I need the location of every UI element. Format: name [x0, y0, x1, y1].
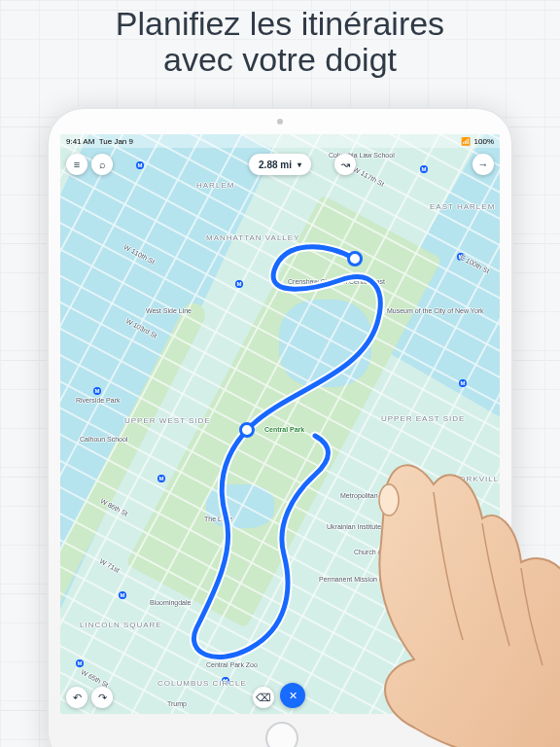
status-bar: 9:41 AM Tue Jan 9 📶 100%	[60, 134, 500, 148]
map-canvas[interactable]: M M M M M M M M M M M M HARLEM MANHATTAN…	[60, 134, 500, 714]
promo-headline: Planifiez les itinéraires avec votre doi…	[0, 6, 560, 79]
redo-button[interactable]: ↷	[91, 687, 113, 708]
search-icon: ⌕	[99, 159, 106, 170]
route-snap-button[interactable]: ↝	[334, 154, 356, 175]
metro-icon: M	[457, 253, 465, 261]
screen: M M M M M M M M M M M M HARLEM MANHATTAN…	[60, 134, 500, 714]
menu-button[interactable]: ≡	[66, 154, 88, 175]
route-endpoint-end[interactable]	[239, 422, 255, 438]
next-button[interactable]: →	[472, 154, 494, 175]
promo-line-1: Planifiez les itinéraires	[0, 6, 560, 42]
wifi-icon: 📶	[461, 137, 471, 146]
metro-icon: M	[430, 642, 438, 650]
metro-icon: M	[119, 591, 126, 599]
metro-icon: M	[420, 165, 428, 173]
ipad-camera	[277, 119, 283, 124]
chevron-down-icon: ▾	[298, 160, 301, 169]
status-battery: 100%	[474, 137, 494, 146]
metro-icon: M	[158, 475, 165, 482]
promo-line-2: avec votre doigt	[0, 42, 560, 78]
route-endpoint-start[interactable]	[347, 251, 363, 267]
metro-icon: M	[76, 659, 84, 667]
close-route-button[interactable]: ✕	[280, 683, 305, 708]
erase-button[interactable]: ⌫	[253, 687, 274, 708]
search-button[interactable]: ⌕	[91, 154, 113, 175]
arrow-right-icon: →	[478, 159, 489, 170]
redo-icon: ↷	[98, 692, 107, 704]
metro-icon: M	[93, 387, 101, 395]
metro-icon: M	[235, 280, 243, 288]
undo-button[interactable]: ↶	[66, 687, 88, 708]
metro-icon: M	[459, 379, 467, 387]
bottom-toolbar: ↶ ↷ ⌫ ✕ ➤	[66, 681, 494, 708]
snap-icon: ↝	[341, 159, 350, 171]
undo-icon: ↶	[73, 692, 82, 704]
locate-icon: ➤	[476, 690, 490, 705]
status-time: 9:41 AM	[66, 137, 94, 146]
street-grid	[60, 134, 500, 714]
distance-pill[interactable]: 2.88 mi ▾	[249, 154, 311, 175]
metro-icon: M	[447, 477, 455, 484]
ipad-frame: M M M M M M M M M M M M HARLEM MANHATTAN…	[47, 107, 513, 747]
distance-value: 2.88 mi	[259, 160, 292, 170]
locate-button[interactable]: ➤	[472, 687, 494, 708]
menu-icon: ≡	[74, 159, 80, 170]
metro-icon: M	[136, 161, 144, 169]
close-icon: ✕	[289, 690, 298, 702]
status-date: Tue Jan 9	[99, 137, 133, 146]
ipad-home-button[interactable]	[265, 722, 298, 747]
erase-icon: ⌫	[256, 692, 271, 704]
